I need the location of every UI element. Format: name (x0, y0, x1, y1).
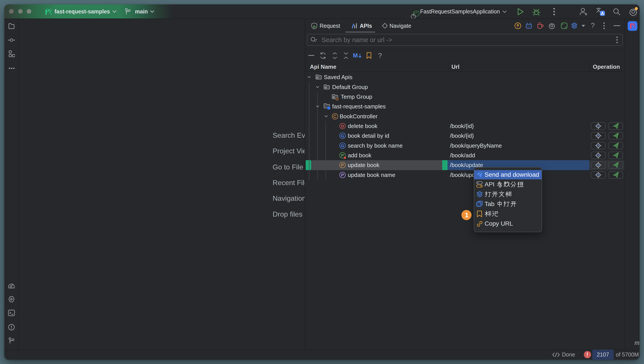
svg-text:P: P (341, 173, 344, 177)
svg-text:P: P (341, 153, 344, 158)
svg-text:G: G (341, 144, 344, 148)
svg-text:D: D (341, 124, 344, 128)
svg-text:G: G (341, 134, 344, 138)
svg-text:P: P (341, 163, 344, 168)
